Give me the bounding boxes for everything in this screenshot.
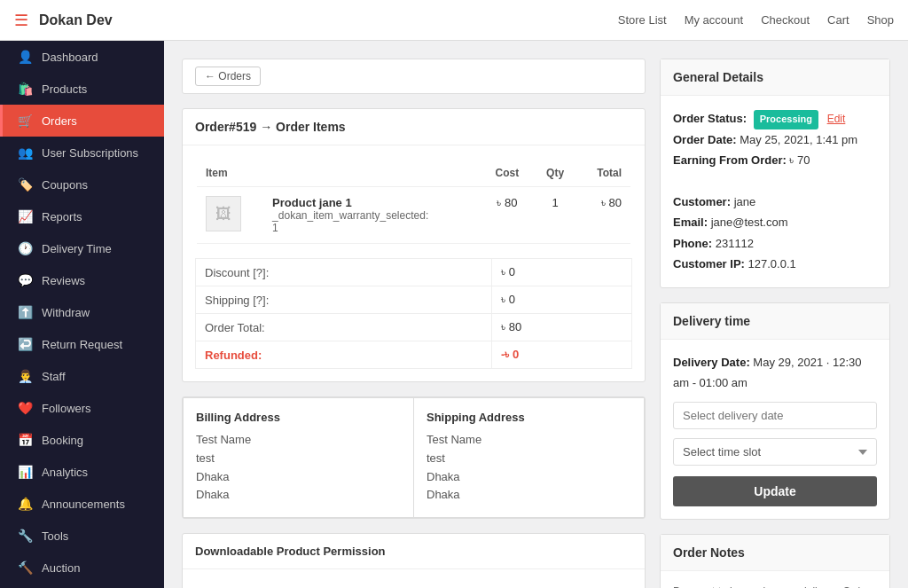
shipping-title: Shipping Address xyxy=(427,411,631,424)
summary-table: Discount [?]: ৳ 0 Shipping [?]: ৳ 0 Orde… xyxy=(195,258,632,369)
billing-line-3: Dhaka xyxy=(196,468,401,487)
select-time-slot-dropdown[interactable]: Select time slot xyxy=(673,438,877,466)
coupons-icon: 🏷️ xyxy=(17,177,33,192)
sidebar-item-support[interactable]: ⊙ Support (1) xyxy=(0,584,164,588)
sidebar-item-reviews[interactable]: 💬 Reviews xyxy=(0,264,164,296)
shipping-line-2: test xyxy=(427,450,631,468)
sidebar-item-reports[interactable]: 📈 Reports xyxy=(0,200,164,232)
topbar-left: ☰ Dokan Dev xyxy=(14,11,113,30)
sidebar-item-tools[interactable]: 🔧 Tools xyxy=(0,520,164,552)
sidebar-label-reports: Reports xyxy=(42,210,82,223)
phone-row: Phone: 231112 xyxy=(673,233,877,254)
sidebar-label-booking: Booking xyxy=(42,434,83,447)
shipping-line-1: Test Name xyxy=(427,431,631,450)
center-column: ← Orders Order#519 → Order Items Item Co… xyxy=(182,59,646,570)
sidebar-item-withdraw[interactable]: ⬆️ Withdraw xyxy=(0,296,164,328)
product-total: ৳ 80 xyxy=(577,187,630,244)
product-qty: 1 xyxy=(533,187,577,244)
edit-status-link[interactable]: Edit xyxy=(827,113,846,125)
nav-my-account[interactable]: My account xyxy=(685,13,743,27)
general-details-panel: General Details Order Status: Processing… xyxy=(660,59,890,288)
customer-value: jane xyxy=(734,195,756,208)
site-title: Dokan Dev xyxy=(39,12,113,28)
sidebar-item-auction[interactable]: 🔨 Auction xyxy=(0,552,164,584)
order-status-row: Order Status: Processing Edit xyxy=(673,108,877,129)
withdraw-icon: ⬆️ xyxy=(17,305,33,319)
orders-icon: 🛒 xyxy=(17,114,33,128)
order-title: Order#519 → Order Items xyxy=(195,120,346,134)
email-label: Email: xyxy=(673,216,708,229)
return-request-icon: ↩️ xyxy=(17,337,33,351)
sidebar-label-products: Products xyxy=(42,82,87,96)
sidebar-label-staff: Staff xyxy=(42,370,66,383)
sidebar-item-return-request[interactable]: ↩️ Return Request xyxy=(0,328,164,360)
sidebar-item-products[interactable]: 🛍️ Products xyxy=(0,73,164,105)
col-name xyxy=(263,160,481,187)
address-grid: Billing Address Test Name test Dhaka Dha… xyxy=(183,397,645,518)
sidebar-item-staff[interactable]: 👨‍💼 Staff xyxy=(0,360,164,392)
col-cost: Cost xyxy=(481,160,533,187)
shipping-address: Shipping Address Test Name test Dhaka Dh… xyxy=(413,397,645,518)
order-notes-panel: Order Notes Payment to be made upon deli… xyxy=(660,534,890,588)
order-notes-body: Payment to be made upon delivery. Order … xyxy=(661,571,889,588)
sidebar-item-user-subscriptions[interactable]: 👥 User Subscriptions xyxy=(0,137,164,169)
layout: 👤 Dashboard 🛍️ Products 🛒 Orders 👥 User … xyxy=(0,41,908,588)
sidebar-label-reviews: Reviews xyxy=(42,274,85,287)
billing-line-2: test xyxy=(196,450,401,468)
update-button[interactable]: Update xyxy=(673,476,877,506)
delivery-time-body: Delivery Date: May 29, 2021 · 12:30 am -… xyxy=(661,340,889,520)
sidebar-label-dashboard: Dashboard xyxy=(42,51,98,64)
discount-label: Discount [?]: xyxy=(196,259,492,286)
sidebar-label-withdraw: Withdraw xyxy=(42,306,90,319)
sidebar-label-analytics: Analytics xyxy=(42,466,88,479)
billing-line-4: Dhaka xyxy=(196,486,401,505)
email-value: jane@test.com xyxy=(711,216,788,229)
sidebar-item-orders[interactable]: 🛒 Orders xyxy=(0,105,164,137)
sidebar-label-user-subscriptions: User Subscriptions xyxy=(42,146,138,160)
topbar: ☰ Dokan Dev Store List My account Checko… xyxy=(0,0,908,41)
nav-store-list[interactable]: Store List xyxy=(618,13,667,27)
auction-icon: 🔨 xyxy=(17,561,33,575)
shipping-label: Shipping [?]: xyxy=(196,286,492,314)
hamburger-icon[interactable]: ☰ xyxy=(14,11,28,30)
order-summary: Discount [?]: ৳ 0 Shipping [?]: ৳ 0 Orde… xyxy=(183,258,645,381)
sidebar-label-auction: Auction xyxy=(42,561,80,575)
nav-checkout[interactable]: Checkout xyxy=(761,13,810,27)
nav-cart[interactable]: Cart xyxy=(827,13,849,27)
delivery-time-panel: Delivery time Delivery Date: May 29, 202… xyxy=(660,302,890,521)
sidebar: 👤 Dashboard 🛍️ Products 🛒 Orders 👥 User … xyxy=(0,41,164,588)
sidebar-label-orders: Orders xyxy=(42,114,77,128)
order-status-badge: Processing xyxy=(754,110,818,129)
order-status-label: Order Status: xyxy=(673,112,747,125)
col-qty: Qty xyxy=(533,160,577,187)
sidebar-item-announcements[interactable]: 🔔 Announcements xyxy=(0,488,164,520)
discount-row: Discount [?]: ৳ 0 xyxy=(196,259,632,286)
nav-shop[interactable]: Shop xyxy=(867,13,894,27)
sidebar-label-delivery-time: Delivery Time xyxy=(42,242,112,255)
customer-label: Customer: xyxy=(673,195,731,208)
sidebar-item-booking[interactable]: 📅 Booking xyxy=(0,424,164,456)
sidebar-item-delivery-time[interactable]: 🕐 Delivery Time xyxy=(0,232,164,264)
downloadable-card: Downloadable Product Permission xyxy=(182,533,646,588)
sidebar-label-tools: Tools xyxy=(42,529,68,543)
right-column: General Details Order Status: Processing… xyxy=(660,59,890,570)
product-thumbnail: 🖼 xyxy=(206,196,241,231)
earning-value: ৳ 70 xyxy=(789,153,810,167)
sidebar-item-dashboard[interactable]: 👤 Dashboard xyxy=(0,41,164,73)
delivery-time-title: Delivery time xyxy=(661,303,889,340)
sidebar-item-analytics[interactable]: 📊 Analytics xyxy=(0,456,164,488)
total-value: ৳ 80 xyxy=(492,314,632,341)
downloadable-body xyxy=(183,569,645,588)
reviews-icon: 💬 xyxy=(17,273,33,287)
select-delivery-date-input[interactable] xyxy=(673,402,877,429)
tools-icon: 🔧 xyxy=(17,529,33,543)
earning-row: Earning From Order: ৳ 70 xyxy=(673,150,877,170)
general-details-title: General Details xyxy=(661,59,889,96)
sidebar-item-coupons[interactable]: 🏷️ Coupons xyxy=(0,169,164,200)
sidebar-label-announcements: Announcements xyxy=(42,498,125,511)
reports-icon: 📈 xyxy=(17,209,33,223)
delivery-time-icon: 🕐 xyxy=(17,241,33,255)
sidebar-item-followers[interactable]: ❤️ Followers xyxy=(0,392,164,424)
back-to-orders-button[interactable]: ← Orders xyxy=(195,67,261,86)
downloadable-header: Downloadable Product Permission xyxy=(183,534,645,569)
